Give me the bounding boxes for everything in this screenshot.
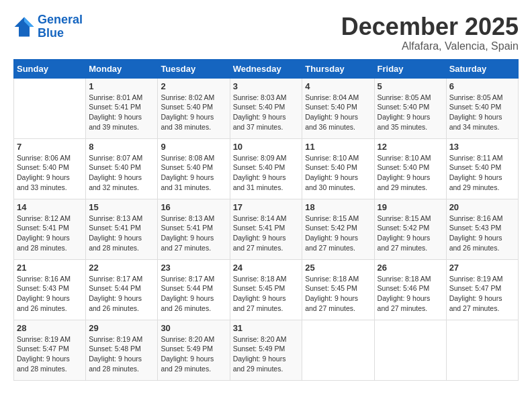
calendar-cell (446, 320, 518, 380)
day-info: Sunrise: 8:06 AM Sunset: 5:40 PM Dayligh… (17, 153, 83, 193)
day-info: Sunrise: 8:02 AM Sunset: 5:40 PM Dayligh… (161, 93, 226, 132)
logo-icon (13, 16, 35, 38)
day-number: 7 (17, 142, 83, 152)
calendar-cell: 3Sunrise: 8:03 AM Sunset: 5:40 PM Daylig… (230, 78, 302, 138)
day-info: Sunrise: 8:18 AM Sunset: 5:46 PM Dayligh… (378, 274, 443, 314)
calendar-week-row: 1Sunrise: 8:01 AM Sunset: 5:41 PM Daylig… (14, 78, 519, 138)
day-info: Sunrise: 8:09 AM Sunset: 5:40 PM Dayligh… (233, 153, 300, 193)
day-number: 26 (378, 263, 443, 273)
day-number: 17 (233, 202, 300, 212)
day-info: Sunrise: 8:07 AM Sunset: 5:40 PM Dayligh… (89, 153, 154, 193)
day-info: Sunrise: 8:11 AM Sunset: 5:40 PM Dayligh… (449, 153, 515, 193)
logo-text: General Blue (38, 13, 83, 40)
calendar-cell: 1Sunrise: 8:01 AM Sunset: 5:41 PM Daylig… (86, 78, 158, 138)
day-info: Sunrise: 8:15 AM Sunset: 5:42 PM Dayligh… (378, 214, 443, 253)
calendar-cell: 20Sunrise: 8:16 AM Sunset: 5:43 PM Dayli… (446, 199, 518, 259)
day-number: 19 (378, 202, 443, 212)
day-number: 18 (305, 202, 371, 212)
header-friday: Friday (374, 59, 446, 78)
calendar-cell: 14Sunrise: 8:12 AM Sunset: 5:41 PM Dayli… (14, 199, 86, 259)
calendar-week-row: 21Sunrise: 8:16 AM Sunset: 5:43 PM Dayli… (14, 259, 519, 320)
location: Alfafara, Valencia, Spain (341, 40, 519, 52)
calendar-cell: 22Sunrise: 8:17 AM Sunset: 5:44 PM Dayli… (86, 259, 158, 320)
header-sunday: Sunday (14, 59, 86, 78)
day-number: 20 (449, 202, 515, 212)
title-block: December 2025 Alfafara, Valencia, Spain (341, 13, 519, 52)
day-info: Sunrise: 8:19 AM Sunset: 5:47 PM Dayligh… (17, 334, 83, 374)
day-info: Sunrise: 8:15 AM Sunset: 5:42 PM Dayligh… (305, 214, 371, 253)
calendar-cell: 28Sunrise: 8:19 AM Sunset: 5:47 PM Dayli… (14, 320, 86, 380)
calendar-cell: 24Sunrise: 8:18 AM Sunset: 5:45 PM Dayli… (230, 259, 302, 320)
day-number: 1 (89, 81, 154, 91)
day-info: Sunrise: 8:13 AM Sunset: 5:41 PM Dayligh… (89, 214, 154, 253)
calendar-cell: 16Sunrise: 8:13 AM Sunset: 5:41 PM Dayli… (158, 199, 230, 259)
day-info: Sunrise: 8:04 AM Sunset: 5:40 PM Dayligh… (305, 93, 371, 132)
day-number: 14 (17, 202, 83, 212)
day-info: Sunrise: 8:10 AM Sunset: 5:40 PM Dayligh… (378, 153, 443, 193)
day-number: 27 (449, 263, 515, 273)
day-info: Sunrise: 8:05 AM Sunset: 5:40 PM Dayligh… (378, 93, 443, 132)
day-info: Sunrise: 8:01 AM Sunset: 5:41 PM Dayligh… (89, 93, 154, 132)
day-number: 28 (17, 323, 83, 333)
calendar-cell: 4Sunrise: 8:04 AM Sunset: 5:40 PM Daylig… (302, 78, 374, 138)
day-info: Sunrise: 8:13 AM Sunset: 5:41 PM Dayligh… (161, 214, 226, 253)
day-number: 30 (161, 323, 226, 333)
header-thursday: Thursday (302, 59, 374, 78)
day-number: 10 (233, 142, 300, 152)
day-number: 4 (305, 81, 371, 91)
calendar-cell (302, 320, 374, 380)
day-number: 21 (17, 263, 83, 273)
day-info: Sunrise: 8:10 AM Sunset: 5:40 PM Dayligh… (305, 153, 371, 193)
header-monday: Monday (86, 59, 158, 78)
calendar-cell: 25Sunrise: 8:18 AM Sunset: 5:45 PM Dayli… (302, 259, 374, 320)
logo: General Blue (13, 13, 83, 40)
calendar-cell: 27Sunrise: 8:19 AM Sunset: 5:47 PM Dayli… (446, 259, 518, 320)
day-number: 22 (89, 263, 154, 273)
calendar-cell: 30Sunrise: 8:20 AM Sunset: 5:49 PM Dayli… (158, 320, 230, 380)
header-saturday: Saturday (446, 59, 518, 78)
day-number: 5 (378, 81, 443, 91)
calendar-header-row: SundayMondayTuesdayWednesdayThursdayFrid… (14, 59, 519, 78)
calendar-cell: 2Sunrise: 8:02 AM Sunset: 5:40 PM Daylig… (158, 78, 230, 138)
day-info: Sunrise: 8:03 AM Sunset: 5:40 PM Dayligh… (233, 93, 300, 132)
day-info: Sunrise: 8:14 AM Sunset: 5:41 PM Dayligh… (233, 214, 300, 253)
day-number: 29 (89, 323, 154, 333)
calendar-cell: 21Sunrise: 8:16 AM Sunset: 5:43 PM Dayli… (14, 259, 86, 320)
calendar-cell: 19Sunrise: 8:15 AM Sunset: 5:42 PM Dayli… (374, 199, 446, 259)
calendar-cell: 29Sunrise: 8:19 AM Sunset: 5:48 PM Dayli… (86, 320, 158, 380)
calendar-cell: 18Sunrise: 8:15 AM Sunset: 5:42 PM Dayli… (302, 199, 374, 259)
header-wednesday: Wednesday (230, 59, 302, 78)
day-info: Sunrise: 8:18 AM Sunset: 5:45 PM Dayligh… (233, 274, 300, 314)
day-number: 3 (233, 81, 300, 91)
calendar-cell: 12Sunrise: 8:10 AM Sunset: 5:40 PM Dayli… (374, 138, 446, 199)
calendar-week-row: 7Sunrise: 8:06 AM Sunset: 5:40 PM Daylig… (14, 138, 519, 199)
calendar-cell: 5Sunrise: 8:05 AM Sunset: 5:40 PM Daylig… (374, 78, 446, 138)
day-info: Sunrise: 8:20 AM Sunset: 5:49 PM Dayligh… (233, 334, 300, 374)
day-number: 16 (161, 202, 226, 212)
day-number: 11 (305, 142, 371, 152)
calendar-cell: 11Sunrise: 8:10 AM Sunset: 5:40 PM Dayli… (302, 138, 374, 199)
calendar-cell: 10Sunrise: 8:09 AM Sunset: 5:40 PM Dayli… (230, 138, 302, 199)
calendar-cell (374, 320, 446, 380)
calendar-table: SundayMondayTuesdayWednesdayThursdayFrid… (13, 59, 519, 381)
calendar-cell: 7Sunrise: 8:06 AM Sunset: 5:40 PM Daylig… (14, 138, 86, 199)
day-number: 15 (89, 202, 154, 212)
calendar-cell: 23Sunrise: 8:17 AM Sunset: 5:44 PM Dayli… (158, 259, 230, 320)
page-header: General Blue December 2025 Alfafara, Val… (13, 13, 519, 52)
day-info: Sunrise: 8:20 AM Sunset: 5:49 PM Dayligh… (161, 334, 226, 374)
month-title: December 2025 (341, 13, 519, 40)
day-info: Sunrise: 8:05 AM Sunset: 5:40 PM Dayligh… (449, 93, 515, 132)
day-number: 9 (161, 142, 226, 152)
day-info: Sunrise: 8:17 AM Sunset: 5:44 PM Dayligh… (161, 274, 226, 314)
day-number: 31 (233, 323, 300, 333)
day-number: 25 (305, 263, 371, 273)
day-number: 23 (161, 263, 226, 273)
day-number: 2 (161, 81, 226, 91)
day-info: Sunrise: 8:16 AM Sunset: 5:43 PM Dayligh… (449, 214, 515, 253)
header-tuesday: Tuesday (158, 59, 230, 78)
calendar-cell: 13Sunrise: 8:11 AM Sunset: 5:40 PM Dayli… (446, 138, 518, 199)
day-number: 13 (449, 142, 515, 152)
calendar-cell: 31Sunrise: 8:20 AM Sunset: 5:49 PM Dayli… (230, 320, 302, 380)
day-info: Sunrise: 8:08 AM Sunset: 5:40 PM Dayligh… (161, 153, 226, 193)
calendar-cell: 26Sunrise: 8:18 AM Sunset: 5:46 PM Dayli… (374, 259, 446, 320)
